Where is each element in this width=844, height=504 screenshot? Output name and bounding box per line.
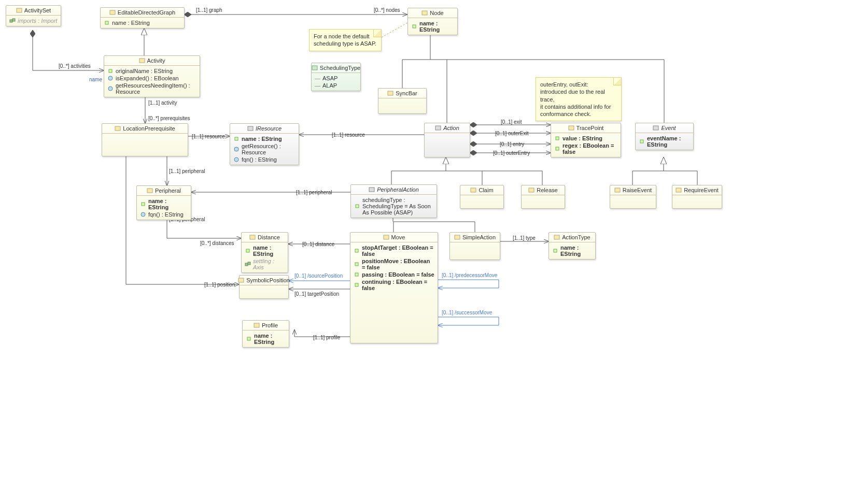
class-icon (676, 187, 682, 193)
op-icon (140, 211, 146, 218)
svg-rect-56 (653, 126, 658, 130)
attr-icon (411, 23, 417, 30)
label-name-role: name (89, 77, 102, 82)
class-ActivitySet[interactable]: ActivitySet imports : Import (6, 5, 61, 26)
svg-rect-78 (554, 249, 557, 252)
op-icon (107, 85, 114, 92)
class-TracePoint[interactable]: TracePoint value : EString regex : EBool… (551, 123, 621, 157)
svg-rect-63 (471, 188, 476, 192)
label-entry: [0..1] entry (500, 141, 524, 147)
class-Peripheral[interactable]: Peripheral name : EString fqn() : EStrin… (136, 185, 191, 220)
class-RequireEvent[interactable]: RequireEvent (672, 185, 722, 209)
class-RaiseEvent[interactable]: RaiseEvent (610, 185, 656, 209)
diagram-canvas: [1..1] graph [0..*] nodes [0..*] activit… (0, 0, 844, 504)
class-Move[interactable]: Move stopAtTarget : EBoolean = false pos… (350, 232, 438, 343)
svg-point-51 (234, 157, 238, 162)
svg-rect-68 (246, 249, 249, 252)
attr-icon (107, 68, 114, 74)
label-peripheral1: [1..1] peripheral (169, 168, 205, 174)
svg-rect-62 (356, 205, 359, 208)
class-icon (147, 188, 153, 194)
svg-rect-69 (245, 263, 248, 266)
class-SyncBar[interactable]: SyncBar (378, 88, 427, 114)
svg-rect-38 (105, 21, 108, 24)
note-trace: outerEntry, outExit: introduced due to t… (536, 77, 622, 121)
svg-rect-39 (422, 11, 427, 15)
class-icon (115, 125, 121, 132)
svg-rect-80 (254, 323, 259, 327)
class-Claim[interactable]: Claim (460, 185, 504, 209)
svg-rect-66 (676, 188, 681, 192)
note-node-scheduling: For a node the default scheduling type i… (309, 29, 382, 51)
class-LocationPrerequisite[interactable]: LocationPrerequisite (102, 123, 188, 156)
svg-point-44 (108, 87, 112, 91)
class-icon (568, 125, 574, 131)
attr-icon (354, 271, 360, 278)
svg-rect-52 (435, 126, 441, 130)
class-icon (653, 125, 659, 131)
svg-rect-76 (455, 235, 460, 239)
class-icon (16, 7, 22, 13)
svg-rect-73 (355, 263, 358, 266)
label-activity: [1..1] activity (148, 100, 177, 106)
label-nodes: [0..*] nodes (374, 7, 400, 13)
attr-icon (354, 248, 360, 254)
attr-icon (554, 135, 560, 141)
svg-rect-45 (312, 66, 317, 70)
label-graph: [1..1] graph (196, 7, 222, 13)
class-Profile[interactable]: Profile name : EString (242, 320, 289, 348)
svg-rect-70 (248, 262, 250, 265)
svg-rect-54 (556, 137, 559, 140)
svg-line-32 (382, 23, 407, 37)
class-icon (528, 187, 534, 193)
class-icon (614, 187, 621, 193)
class-Node[interactable]: Node name : EString (407, 8, 458, 35)
svg-point-60 (141, 212, 145, 217)
label-sourcePosition: [0..1] /sourcePosition (294, 273, 343, 279)
attr-icon (639, 138, 645, 145)
ref-icon (9, 18, 16, 24)
svg-rect-81 (247, 337, 250, 340)
svg-point-43 (108, 76, 112, 80)
op-icon (107, 75, 114, 81)
attr-icon (552, 248, 558, 254)
svg-rect-46 (388, 91, 393, 95)
class-icon (249, 234, 256, 240)
interface-IResource[interactable]: IResource name : EString getResource() :… (230, 123, 299, 165)
class-icon (421, 10, 428, 16)
label-succMove: [0..1] /successorMove (442, 310, 492, 315)
class-Distance[interactable]: Distance name : EString settling : Axis (241, 232, 288, 273)
class-Event[interactable]: Event eventName : EString (635, 123, 694, 150)
class-EditableDirectedGraph[interactable]: EditableDirectedGraph name : EString (100, 7, 185, 28)
class-SymbolicPosition[interactable]: SymbolicPosition (239, 275, 289, 299)
class-icon (254, 322, 260, 328)
class-icon (109, 9, 116, 16)
svg-rect-59 (142, 203, 145, 206)
svg-rect-64 (529, 188, 534, 192)
class-icon (470, 187, 476, 193)
attr-icon (354, 261, 360, 267)
interface-icon (247, 125, 254, 132)
label-distance: [0..1] distance (302, 241, 334, 247)
svg-rect-75 (355, 283, 358, 286)
label-exit: [0..1] exit (501, 119, 522, 125)
svg-point-50 (234, 147, 238, 151)
label-resource1: [1..1] resource (192, 134, 225, 139)
enum-SchedulingType[interactable]: SchedulingType —ASAP —ALAP (311, 63, 361, 91)
attr-icon (140, 201, 146, 207)
svg-rect-35 (10, 20, 12, 22)
class-Release[interactable]: Release (521, 185, 565, 209)
class-SimpleAction[interactable]: SimpleAction (449, 232, 500, 260)
label-outerEntry: [0..1] outerEntry (493, 150, 530, 156)
class-Action[interactable]: Action (424, 123, 470, 157)
svg-rect-79 (238, 278, 244, 282)
svg-rect-72 (355, 249, 358, 252)
label-peripheral2: [1..1] peripheral (296, 190, 332, 195)
attr-icon (554, 146, 560, 152)
label-activities: [0..*] activities (59, 63, 91, 69)
svg-rect-71 (384, 235, 389, 239)
class-Activity[interactable]: Activity originalName : EString isExpand… (104, 55, 200, 97)
class-PeripheralAction[interactable]: PeripheralAction schedulingType : Schedu… (350, 184, 437, 218)
svg-rect-48 (248, 126, 253, 131)
class-ActionType[interactable]: ActionType name : EString (548, 232, 596, 260)
